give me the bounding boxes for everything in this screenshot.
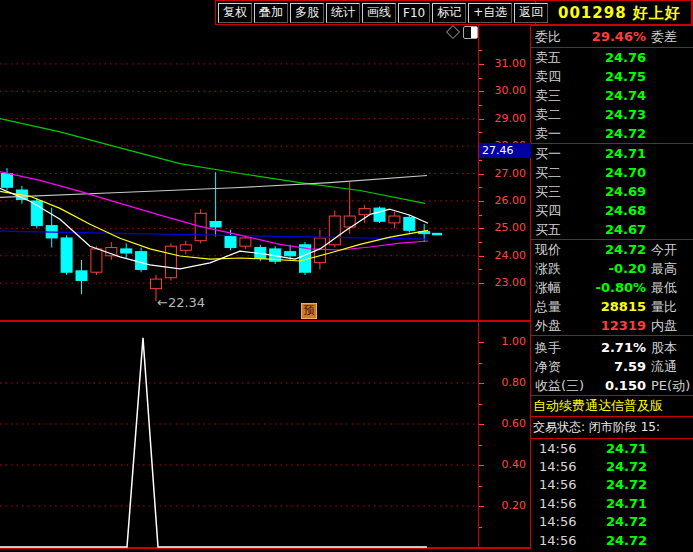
toolbar-button-标记[interactable]: 标记 [432, 3, 466, 23]
price-axis-tick [479, 201, 484, 202]
forecast-tag[interactable]: 预 [301, 303, 317, 319]
tick-row: 14:5624.71 [531, 439, 693, 457]
indicator-axis: 1.000.800.600.400.20 [479, 322, 530, 548]
price-axis-label: 23.00 [495, 276, 527, 289]
ask-row-value: 24.75 [561, 69, 646, 84]
tick-price: 24.72 [576, 514, 647, 529]
price-axis-label: 24.00 [495, 249, 527, 262]
ask-row-label: 卖四 [535, 68, 561, 86]
price-axis-minor-tick [479, 187, 482, 188]
bid-row-label: 买三 [535, 183, 561, 201]
weibi-row: 委比 29.46% 委差 [531, 26, 693, 47]
bid-row[interactable]: 买五24.67 [531, 220, 693, 239]
stat-row: 净资7.59流通 [531, 357, 693, 376]
ask-row[interactable]: 卖五24.76 [531, 48, 693, 67]
ask-row[interactable]: 卖二24.73 [531, 105, 693, 124]
indicator-axis-label: 1.00 [502, 335, 527, 348]
stat-row-value: 28815 [561, 299, 646, 314]
stat-row-value: 2.71% [561, 340, 646, 355]
toolbar-button-+自选[interactable]: +自选 [468, 3, 512, 23]
price-axis-label: 25.00 [495, 221, 527, 234]
bid-row-label: 买五 [535, 221, 561, 239]
bid-row[interactable]: 买一24.71 [531, 144, 693, 163]
price-axis-minor-tick [479, 215, 482, 216]
toolbar: 复权叠加多股统计画线F10标记+自选返回 [215, 0, 536, 25]
stock-title: 001298 好上好 [558, 4, 681, 23]
tick-row: 14:5624.72 [531, 531, 693, 549]
stat-row: 换手2.71%股本 [531, 338, 693, 357]
ask-row-label: 卖五 [535, 49, 561, 67]
stat-row: 总量28815量比 [531, 297, 693, 316]
app-window: 复权叠加多股统计画线F10标记+自选返回 001298 好上好 31.0030.… [0, 0, 693, 552]
bid-row-label: 买四 [535, 202, 561, 220]
bid-row-value: 24.69 [561, 184, 646, 199]
price-axis-label: 27.00 [495, 167, 527, 180]
tick-price: 24.72 [576, 459, 647, 474]
stat-row-rlabel: 内盘 [651, 317, 693, 335]
ask-row-value: 24.73 [561, 107, 646, 122]
tick-row: 14:5624.71 [531, 494, 693, 512]
stat-row: 涨跌-0.20最高 [531, 259, 693, 278]
stock-code: 001298 [558, 4, 627, 22]
price-axis-label: 26.00 [495, 194, 527, 207]
price-axis-tick [479, 228, 484, 229]
stat-row-value: 7.59 [561, 359, 646, 374]
stat-row-label: 涨跌 [535, 260, 561, 278]
price-axis: 31.0030.0029.0028.0027.0026.0025.0024.00… [479, 25, 530, 321]
stat-row-value: 24.72 [561, 242, 646, 257]
ask-row-label: 卖一 [535, 125, 561, 143]
stat-row-label: 净资 [535, 358, 561, 376]
toolbar-button-统计[interactable]: 统计 [326, 3, 360, 23]
indicator-axis-label: 0.80 [502, 376, 527, 389]
bid-row[interactable]: 买二24.70 [531, 163, 693, 182]
stat-row-rlabel: 股本 [651, 339, 693, 357]
indicator-line [0, 338, 427, 547]
stat-row-label: 收益(三) [535, 377, 584, 395]
main-stats: 现价24.72今开涨跌-0.20最高涨幅-0.80%最低总量28815量比外盘1… [531, 240, 693, 336]
toolbar-button-F10[interactable]: F10 [398, 3, 430, 23]
price-axis-label: 29.00 [495, 112, 527, 125]
tick-time: 14:56 [539, 477, 576, 492]
indicator-axis-label: 0.60 [502, 417, 527, 430]
toolbar-button-复权[interactable]: 复权 [218, 3, 252, 23]
stat-row-value: -0.80% [561, 280, 646, 295]
stat-row-label: 总量 [535, 298, 561, 316]
weicha-label: 委差 [651, 28, 693, 46]
bid-row-value: 24.68 [561, 203, 646, 218]
bid-row[interactable]: 买四24.68 [531, 201, 693, 220]
indicator-chart[interactable] [0, 322, 478, 548]
bid-row[interactable]: 买三24.69 [531, 182, 693, 201]
pane-window-icon[interactable] [463, 26, 478, 39]
stat-row-rlabel: 今开 [651, 241, 693, 259]
ask-row[interactable]: 卖四24.75 [531, 67, 693, 86]
stat-row-rlabel: 量比 [651, 298, 693, 316]
ask-levels: 卖五24.76卖四24.75卖三24.74卖二24.73卖一24.72 [531, 48, 693, 144]
price-axis-minor-tick [479, 160, 482, 161]
tick-row: 14:5624.72 [531, 476, 693, 494]
indicator-axis-tick [479, 363, 482, 364]
ask-row-value: 24.74 [561, 88, 646, 103]
ask-row[interactable]: 卖三24.74 [531, 86, 693, 105]
price-axis-minor-tick [479, 242, 482, 243]
price-axis-minor-tick [479, 105, 482, 106]
toolbar-button-返回[interactable]: 返回 [514, 3, 548, 23]
candlestick-chart[interactable] [0, 25, 478, 321]
toolbar-button-画线[interactable]: 画线 [362, 3, 396, 23]
toolbar-button-多股[interactable]: 多股 [290, 3, 324, 23]
low-price-annotation: ←22.34 [157, 295, 205, 310]
price-axis-tick [479, 174, 484, 175]
indicator-axis-tick [479, 486, 482, 487]
ma-green [0, 119, 425, 204]
weibi-value: 29.46% [561, 29, 646, 44]
price-axis-tick [479, 256, 484, 257]
toolbar-button-叠加[interactable]: 叠加 [254, 3, 288, 23]
tick-time: 14:56 [539, 496, 576, 511]
stat-row-value: 12319 [561, 318, 646, 333]
tick-list: 14:5624.7114:5624.7214:5624.7214:5624.71… [531, 439, 693, 552]
stat-row-value: 0.150 [584, 378, 646, 393]
renewal-notice: 自动续费通达信普及版 [531, 396, 693, 416]
ask-row[interactable]: 卖一24.72 [531, 124, 693, 143]
stat-row: 外盘12319内盘 [531, 316, 693, 335]
tick-price: 24.72 [576, 477, 647, 492]
indicator-axis-tick [479, 527, 482, 528]
